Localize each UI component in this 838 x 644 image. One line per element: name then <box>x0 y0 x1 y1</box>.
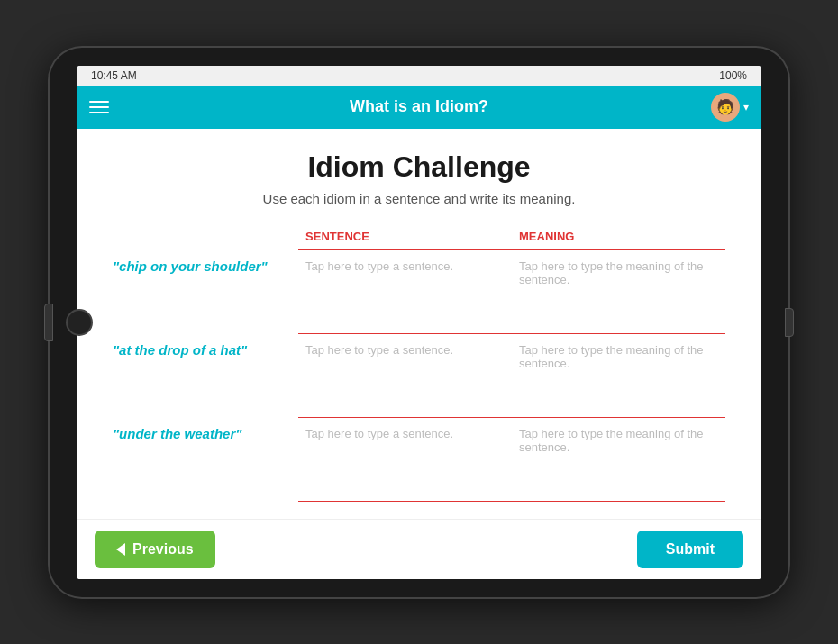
page-title: Idiom Challenge <box>113 150 725 184</box>
idiom-label-1: "at the drop of a hat" <box>113 333 298 417</box>
table-row: "chip on your shoulder" <box>113 249 725 334</box>
meaning-column-header: MEANING <box>512 224 725 249</box>
meaning-cell-0 <box>512 249 725 334</box>
sentence-column-header: SENTENCE <box>298 224 512 249</box>
menu-button[interactable] <box>89 101 109 113</box>
idiom-label-0: "chip on your shoulder" <box>113 249 298 334</box>
meaning-input-0[interactable] <box>519 259 718 324</box>
tablet-screen: 10:45 AM 100% What is an Idiom? 🧑 ▾ Idio… <box>77 66 761 579</box>
status-time: 10:45 AM <box>91 69 137 82</box>
avatar-button[interactable]: 🧑 ▾ <box>711 93 749 122</box>
submit-button-label: Submit <box>666 541 715 557</box>
sentence-input-1[interactable] <box>305 343 505 408</box>
sentence-input-2[interactable] <box>305 427 505 492</box>
nav-title: What is an Idiom? <box>350 97 488 116</box>
meaning-input-1[interactable] <box>519 343 718 408</box>
meaning-cell-2 <box>512 417 725 501</box>
nav-bar: What is an Idiom? 🧑 ▾ <box>77 86 761 129</box>
avatar: 🧑 <box>711 93 740 122</box>
bottom-bar: Previous Submit <box>77 519 761 579</box>
table-row: "under the weather" <box>113 417 725 501</box>
meaning-cell-1 <box>512 333 725 417</box>
sentence-input-0[interactable] <box>305 259 505 324</box>
chevron-left-icon <box>116 543 125 556</box>
avatar-chevron-icon: ▾ <box>743 101 749 113</box>
previous-button[interactable]: Previous <box>95 531 215 568</box>
meaning-input-2[interactable] <box>519 427 718 492</box>
tablet-device: 10:45 AM 100% What is an Idiom? 🧑 ▾ Idio… <box>50 48 788 597</box>
sentence-cell-0 <box>298 249 512 334</box>
submit-button[interactable]: Submit <box>637 531 743 568</box>
sentence-cell-1 <box>298 333 512 417</box>
sentence-cell-2 <box>298 417 512 501</box>
idiom-label-2: "under the weather" <box>113 417 298 501</box>
status-battery: 100% <box>719 69 747 82</box>
status-bar: 10:45 AM 100% <box>77 66 761 86</box>
main-content: Idiom Challenge Use each idiom in a sent… <box>77 129 761 519</box>
previous-button-label: Previous <box>132 541 194 558</box>
table-row: "at the drop of a hat" <box>113 333 725 417</box>
idiom-column-header <box>113 224 298 249</box>
idiom-table: SENTENCE MEANING "chip on your shoulder"… <box>113 224 725 502</box>
page-subtitle: Use each idiom in a sentence and write i… <box>113 191 725 206</box>
home-button[interactable] <box>66 309 93 336</box>
